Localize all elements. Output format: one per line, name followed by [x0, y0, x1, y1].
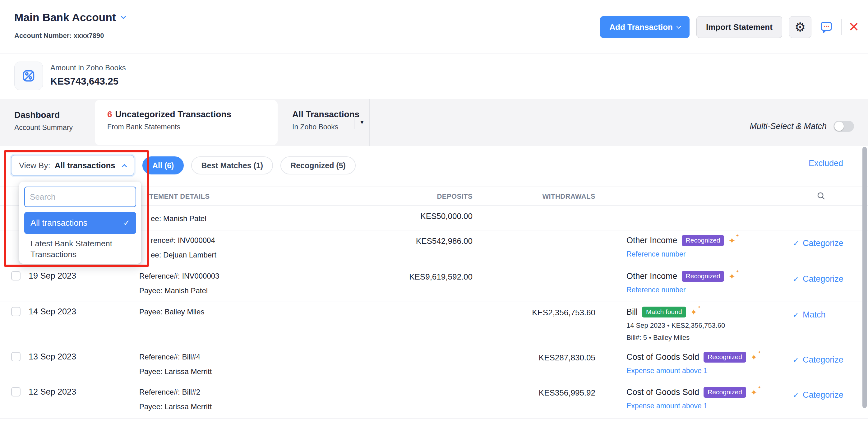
check-icon: ✓ — [793, 391, 799, 400]
check-icon: ✓ — [793, 311, 799, 319]
detail-text: Reference#: Bill#4 — [139, 353, 212, 361]
statement-details: Reference#: INV000003Payee: Manish Patel — [139, 272, 219, 301]
detail-text: ee: Dejuan Lambert — [151, 251, 216, 259]
feedback-button[interactable] — [818, 19, 834, 35]
category-cell: Other IncomeRecognized✦✦Reference number — [626, 235, 788, 258]
column-header-withdrawals: WITHDRAWALS — [472, 192, 595, 200]
excluded-link[interactable]: Excluded — [809, 159, 843, 168]
transaction-date: 14 Sep 2023 — [29, 307, 76, 317]
tab-all-transactions[interactable]: All Transactions In Zoho Books — [292, 99, 360, 146]
row-action-button[interactable]: ✓Categorize — [793, 239, 843, 248]
status-badge: Recognized — [704, 387, 746, 398]
withdrawal-amount: KES356,995.92 — [472, 388, 595, 398]
chevron-down-icon — [677, 24, 681, 29]
tab-subtitle: From Bank Statements — [107, 123, 231, 131]
detail-text: Payee: Bailey Miles — [139, 308, 204, 316]
tab-title: All Transactions — [292, 109, 360, 119]
toggle-knob — [834, 122, 844, 131]
table-row: 12 Sep 2023Reference#: Bill#2Payee: Lari… — [0, 382, 868, 418]
category-name: Other Income — [626, 272, 677, 281]
ai-sparkle-icon: ✦ — [736, 269, 739, 273]
table-row: 19 Sep 2023Reference#: INV000003Payee: M… — [0, 266, 868, 302]
detail-text: Payee: Larissa Merritt — [139, 367, 212, 376]
tab-title: Uncategorized Transactions — [115, 109, 231, 119]
filter-pill-recognized[interactable]: Recognized (5) — [280, 156, 355, 175]
category-link[interactable]: Reference number — [626, 286, 686, 294]
row-checkbox[interactable] — [11, 352, 21, 361]
close-icon[interactable]: ✕ — [848, 21, 859, 34]
deposit-amount: KES9,619,592.00 — [348, 272, 472, 282]
chevron-up-icon — [122, 164, 127, 169]
dropdown-option-all-transactions[interactable]: All transactions ✓ — [24, 212, 136, 234]
category-name: Cost of Goods Sold — [626, 387, 699, 397]
table-search-button[interactable] — [816, 191, 826, 202]
action-label: Categorize — [803, 355, 843, 365]
check-icon: ✓ — [793, 356, 799, 365]
category-name: Bill — [626, 307, 638, 317]
category-name: Other Income — [626, 236, 677, 245]
ai-sparkle-icon: ✦✦ — [728, 273, 735, 281]
row-action-button[interactable]: ✓Categorize — [793, 274, 843, 284]
category-link[interactable]: Expense amount above 1 — [626, 367, 708, 375]
account-selector[interactable]: Main Bank Account — [14, 11, 125, 24]
column-header-deposits: DEPOSITS — [348, 192, 472, 200]
category-name: Cost of Goods Sold — [626, 352, 699, 362]
check-icon: ✓ — [793, 275, 799, 284]
tab-uncategorized-transactions[interactable]: 6Uncategorized Transactions From Bank St… — [107, 99, 231, 146]
divider — [138, 159, 138, 171]
import-statement-button[interactable]: Import Statement — [696, 16, 782, 38]
filter-pill-best-matches[interactable]: Best Matches (1) — [191, 156, 273, 175]
row-action-button[interactable]: ✓Categorize — [793, 390, 843, 400]
row-action-button[interactable]: ✓Categorize — [793, 355, 843, 365]
filter-pills: All (6) Best Matches (1) Recognized (5) — [143, 156, 355, 175]
row-checkbox[interactable] — [11, 307, 21, 316]
transaction-date: 12 Sep 2023 — [29, 387, 76, 397]
detail-text: rence#: INV000004 — [151, 236, 216, 245]
row-checkbox[interactable] — [11, 271, 21, 281]
view-by-dropdown-button[interactable]: View By: All transactions — [11, 155, 134, 176]
table-row: 13 Sep 2023Reference#: Bill#4Payee: Lari… — [0, 347, 868, 382]
category-name-line: BillMatch found✦✦ — [626, 307, 788, 317]
ai-sparkle-icon: ✦ — [757, 350, 761, 354]
statement-details: Reference#: Bill#4Payee: Larissa Merritt — [139, 353, 212, 382]
category-name-line: Other IncomeRecognized✦✦ — [626, 271, 788, 282]
search-icon — [816, 191, 826, 200]
amount-value: KES743,643.25 — [50, 76, 119, 87]
add-transaction-button[interactable]: Add Transaction — [600, 16, 689, 38]
filter-pill-all[interactable]: All (6) — [143, 156, 184, 175]
action-label: Categorize — [803, 390, 843, 400]
category-link[interactable]: Expense amount above 1 — [626, 402, 708, 410]
row-checkbox[interactable] — [11, 387, 21, 397]
category-link[interactable]: Reference number — [626, 250, 686, 258]
category-name-line: Other IncomeRecognized✦✦ — [626, 235, 788, 246]
action-label: Match — [803, 310, 826, 320]
statement-details: rence#: INV000004ee: Dejuan Lambert — [151, 236, 216, 265]
add-transaction-label: Add Transaction — [609, 22, 673, 32]
page-header: Main Bank Account Account Number: xxxx78… — [0, 0, 868, 54]
deposit-amount: KES542,986.00 — [348, 236, 472, 246]
multi-select-toggle[interactable] — [834, 121, 854, 132]
ai-sparkle-icon: ✦✦ — [690, 308, 697, 316]
chat-icon — [819, 20, 834, 34]
action-label: Categorize — [803, 239, 843, 248]
detail-text: Payee: Larissa Merritt — [139, 402, 212, 411]
detail-text: ee: Manish Patel — [151, 214, 207, 223]
category-name-line: Cost of Goods SoldRecognized✦✦ — [626, 352, 788, 363]
tab-subtitle: Account Summary — [14, 123, 73, 132]
category-cell: Cost of Goods SoldRecognized✦✦Expense am… — [626, 387, 788, 410]
ai-sparkle-icon: ✦✦ — [728, 237, 735, 245]
tab-dashboard[interactable]: Dashboard Account Summary — [14, 99, 73, 146]
status-badge: Recognized — [682, 271, 724, 282]
match-detail: Bill#: 5 • Bailey Miles — [626, 334, 788, 342]
more-tabs-button[interactable]: ▼ — [354, 116, 369, 129]
dropdown-search-input[interactable] — [24, 187, 136, 207]
dropdown-option-latest-bank-statement[interactable]: Latest Bank Statement Transactions — [30, 238, 124, 260]
account-number: Account Number: xxxx7890 — [14, 32, 104, 40]
settings-button[interactable]: ⚙ — [789, 16, 811, 38]
zoho-books-logo-card — [14, 62, 43, 90]
scrollbar[interactable] — [862, 147, 867, 408]
row-action-button[interactable]: ✓Match — [793, 310, 826, 320]
tab-bar: Dashboard Account Summary 6Uncategorized… — [0, 99, 868, 146]
action-label: Categorize — [803, 274, 843, 284]
transaction-date: 19 Sep 2023 — [29, 271, 76, 281]
